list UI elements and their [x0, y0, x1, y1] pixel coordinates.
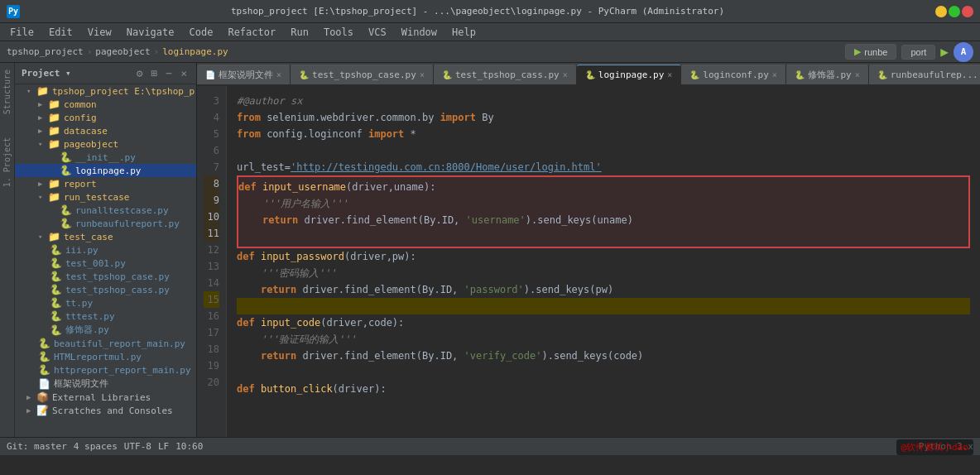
- tree-decorator[interactable]: 🐍 修饰器.py: [15, 323, 196, 337]
- maximize-button[interactable]: [949, 6, 960, 17]
- breadcrumb-folder[interactable]: pageobject: [95, 46, 150, 57]
- tree-init[interactable]: 🐍 __init__.py: [15, 151, 196, 164]
- tree-item-label: iii.py: [65, 245, 98, 256]
- tree-item-label: tttest.py: [65, 311, 115, 322]
- code-line-4: from selenium.webdriver.common.by import…: [237, 109, 970, 126]
- tree-report[interactable]: ▶ 📁 report: [15, 177, 196, 190]
- menu-tools[interactable]: Tools: [317, 25, 360, 40]
- tab-decorator[interactable]: 🐍 修饰器.py ×: [786, 65, 869, 84]
- run-play-icon[interactable]: ▶: [940, 44, 949, 60]
- menu-help[interactable]: Help: [445, 25, 483, 40]
- tree-run-testcase[interactable]: ▾ 📁 run_testcase: [15, 190, 196, 204]
- menu-file[interactable]: File: [3, 25, 41, 40]
- code-line-7: url_test='http://testingedu.com.cn:8000/…: [237, 159, 970, 175]
- tree-tt[interactable]: 🐍 tt.py: [15, 296, 196, 309]
- tree-scratches[interactable]: ▶ 📝 Scratches and Consoles: [15, 404, 196, 417]
- folder-icon: 📁: [48, 191, 61, 203]
- run-button[interactable]: ▶ runbe: [845, 44, 896, 60]
- title-text: tpshop_project [E:\tpshop_project] - ...…: [26, 6, 929, 17]
- tree-item-label: config: [64, 113, 97, 123]
- tab-close-icon[interactable]: ×: [772, 70, 777, 79]
- py-icon: 🐍: [50, 284, 63, 295]
- tree-pageobject[interactable]: ▾ 📁 pageobject: [15, 137, 196, 151]
- panel-settings-icon[interactable]: ⚙: [134, 66, 146, 80]
- menu-code[interactable]: Code: [183, 25, 220, 40]
- menu-vcs[interactable]: VCS: [362, 25, 393, 40]
- breadcrumb-file[interactable]: loginpage.py: [162, 46, 228, 57]
- close-button[interactable]: [962, 6, 973, 17]
- tree-beautiful-report[interactable]: 🐍 beautiful_report_main.py: [15, 337, 196, 350]
- tree-httpreport[interactable]: 🐍 httpreport_report_main.py: [15, 363, 196, 377]
- minimize-button[interactable]: [935, 6, 947, 17]
- tab-file-icon: 🐍: [689, 70, 699, 79]
- menu-view[interactable]: View: [81, 25, 118, 40]
- tab-close-icon[interactable]: ×: [855, 70, 860, 79]
- tab-runbeauful[interactable]: 🐍 runbeaufulrep... ×: [869, 65, 980, 84]
- line-num: 20: [204, 374, 219, 391]
- folder-icon: 📁: [48, 98, 61, 110]
- menu-navigate[interactable]: Navigate: [120, 25, 181, 40]
- report-label: port: [910, 47, 926, 57]
- tree-tttest[interactable]: 🐍 tttest.py: [15, 309, 196, 323]
- code-line-17: '''验证码的输入''': [237, 331, 970, 348]
- tab-close-icon[interactable]: ×: [563, 70, 568, 79]
- tab-close-icon[interactable]: ×: [276, 70, 281, 79]
- code-content[interactable]: #@author sx from selenium.webdriver.comm…: [227, 86, 980, 437]
- tree-framework-doc[interactable]: 📄 框架说明文件: [15, 377, 196, 391]
- tree-loginpage[interactable]: 🐍 loginpage.py: [15, 164, 196, 177]
- menu-window[interactable]: Window: [395, 25, 444, 40]
- tree-test-case[interactable]: ▾ 📁 test_case: [15, 230, 196, 243]
- line-num: 4: [204, 109, 219, 126]
- py-icon: 🐍: [38, 364, 51, 376]
- panel-close-icon[interactable]: ×: [178, 66, 190, 80]
- tab-label: loginpage.py: [598, 70, 664, 80]
- tab-framework-doc[interactable]: 📄 框架说明文件 ×: [197, 65, 291, 84]
- tree-test001[interactable]: 🐍 test_001.py: [15, 257, 196, 270]
- panel-collapse-icon[interactable]: −: [163, 66, 175, 80]
- tab-test-case[interactable]: 🐍 test_tpshop_case.py ×: [291, 65, 434, 84]
- code-line-3: #@author sx: [237, 93, 970, 109]
- tab-loginconf[interactable]: 🐍 loginconf.py ×: [681, 65, 786, 84]
- csdn-watermark: @软件测试小dāo: [896, 439, 974, 455]
- menu-edit[interactable]: Edit: [42, 25, 79, 40]
- status-encoding: UTF-8: [124, 441, 151, 452]
- tree-common[interactable]: ▶ 📁 common: [15, 98, 196, 111]
- menu-refactor[interactable]: Refactor: [221, 25, 282, 40]
- tree-datacase[interactable]: ▶ 📁 datacase: [15, 124, 196, 137]
- code-line-13: '''密码输入''': [237, 265, 970, 281]
- status-line-col: 10:60: [175, 441, 203, 452]
- project-tab-label[interactable]: 1. Project: [1, 134, 13, 190]
- tree-test-tpshop-cass[interactable]: 🐍 test_tpshop_cass.py: [15, 283, 196, 296]
- tree-html-report[interactable]: 🐍 HTMLreportmul.py: [15, 350, 196, 363]
- tab-file-icon: 📄: [205, 70, 215, 79]
- code-editor[interactable]: 3 4 5 6 7 8 9 10 11 12 13 14 15 16 17 18…: [197, 86, 980, 437]
- tree-test-tpshop-case[interactable]: 🐍 test_tpshop_case.py: [15, 270, 196, 283]
- status-branch[interactable]: Git: master: [7, 441, 67, 452]
- tree-runall[interactable]: 🐍 runalltestcase.py: [15, 204, 196, 217]
- tab-test-cass[interactable]: 🐍 test_tpshop_cass.py ×: [434, 65, 577, 84]
- py-icon: 🐍: [38, 338, 51, 349]
- folder-icon: 📁: [48, 125, 61, 137]
- code-line-9: '''用户名输入''': [238, 195, 968, 212]
- project-panel: Project ▾ ⚙ ⊞ − × ▾ 📁 tpshop_project E:\…: [15, 63, 197, 437]
- tab-loginpage[interactable]: 🐍 loginpage.py ×: [577, 65, 682, 84]
- report-button[interactable]: port: [901, 45, 935, 60]
- tree-config[interactable]: ▶ 📁 config: [15, 111, 196, 124]
- line-num: 14: [204, 275, 219, 291]
- tree-root[interactable]: ▾ 📁 tpshop_project E:\tpshop_project: [15, 84, 196, 98]
- structure-tab[interactable]: Structure: [1, 66, 13, 118]
- code-line-16: def input_code(driver,code):: [237, 314, 970, 331]
- panel-header: Project ▾ ⚙ ⊞ − ×: [15, 63, 196, 84]
- breadcrumb-project[interactable]: tpshop_project: [7, 46, 84, 57]
- tab-file-icon: 🐍: [585, 70, 595, 79]
- tree-external-libs[interactable]: ▶ 📦 External Libraries: [15, 391, 196, 404]
- tree-iii[interactable]: 🐍 iii.py: [15, 243, 196, 257]
- tree-item-label: test_case: [64, 232, 113, 242]
- panel-expand-icon[interactable]: ⊞: [149, 66, 161, 80]
- menu-run[interactable]: Run: [284, 25, 315, 40]
- tree-item-label: run_testcase: [64, 192, 129, 203]
- window-controls[interactable]: [935, 6, 973, 17]
- tab-close-icon[interactable]: ×: [667, 70, 672, 79]
- tree-runbeauful[interactable]: 🐍 runbeaufulreport.py: [15, 217, 196, 230]
- tab-close-icon[interactable]: ×: [420, 70, 425, 79]
